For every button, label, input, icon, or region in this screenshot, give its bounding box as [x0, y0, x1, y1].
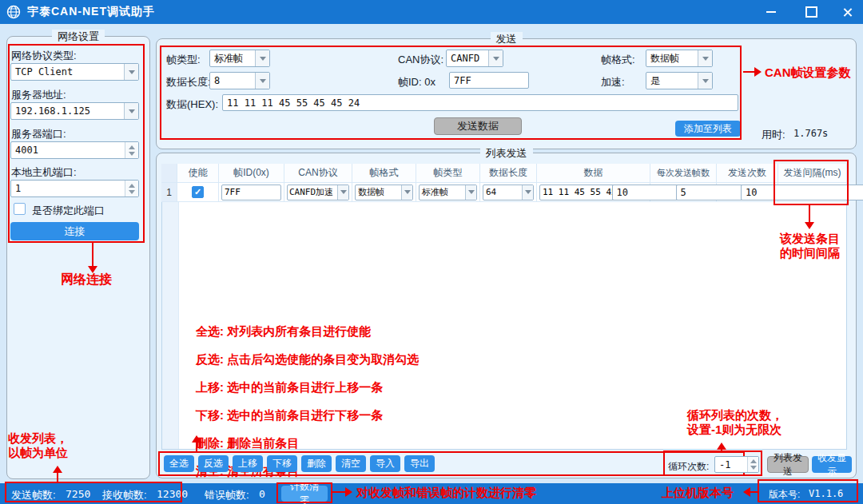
tx-frames-label: 发送帧数: [11, 488, 56, 502]
connect-button[interactable]: 连接 [10, 222, 139, 240]
frame-type-value: 标准帧 [210, 50, 255, 66]
table-header-row: 使能 帧ID(0x) CAN协议 帧格式 帧类型 数据长度 数据 每次发送帧数 … [161, 164, 847, 183]
network-settings-title: 网络设置 [52, 30, 105, 44]
window-title: 宇泰CAN-NET调试助手 [27, 5, 155, 19]
add-to-list-button[interactable]: 添加至列表 [675, 121, 741, 137]
spin-up-icon[interactable] [129, 181, 135, 188]
dropdown-arrow-icon [465, 185, 476, 200]
row-frame-format-select[interactable]: 数据帧 [355, 185, 413, 200]
loop-count-spinner[interactable] [714, 456, 759, 473]
spinner-arrows[interactable] [125, 142, 138, 158]
minimize-icon [766, 11, 776, 13]
frame-id-label: 帧ID: 0x [398, 75, 435, 89]
version-label: 版本号: [769, 488, 800, 502]
frame-type-select[interactable]: 标准帧 [209, 50, 270, 67]
spin-up-icon[interactable] [750, 456, 757, 463]
data-hex-label: 数据(HEX): [166, 97, 218, 112]
frame-id-input[interactable] [449, 72, 529, 89]
elapsed-value: 1.767s [793, 128, 828, 139]
spin-down-icon[interactable] [129, 152, 135, 159]
data-length-select[interactable]: 8 [209, 72, 270, 89]
col-can-protocol: CAN协议 [284, 164, 352, 183]
dropdown-arrow-icon [337, 185, 348, 200]
app-logo-icon [6, 5, 21, 19]
send-data-button[interactable]: 发送数据 [434, 117, 522, 135]
count-reset-annotation: 对收发帧和错误帧的计数进行清零 [356, 486, 536, 500]
row-interval-input[interactable] [742, 185, 863, 200]
list-send-group-title: 列表发送 [480, 146, 533, 161]
frame-type-label: 帧类型: [166, 53, 201, 67]
spin-up-icon[interactable] [129, 142, 135, 149]
server-addr-value: 192.168.1.125 [11, 103, 124, 119]
rx-display-button[interactable]: 收发显示 [812, 456, 852, 473]
row-frame-format-value: 数据帧 [356, 185, 401, 200]
close-button[interactable] [831, 0, 863, 24]
spin-down-icon[interactable] [750, 466, 757, 473]
spin-down-icon[interactable] [129, 190, 135, 197]
can-protocol-select[interactable]: CANFD [446, 50, 503, 67]
err-frames-label: 错误帧数: [205, 488, 249, 502]
annotation-line [196, 437, 197, 453]
dropdown-arrow-icon [124, 103, 138, 119]
server-port-spinner[interactable] [10, 141, 139, 159]
server-addr-select[interactable]: 192.168.1.125 [10, 102, 139, 120]
enable-cell [177, 183, 219, 202]
data-length-label: 数据长度: [166, 75, 211, 89]
local-port-input[interactable] [11, 181, 125, 196]
row-interval-spinner[interactable] [741, 185, 863, 200]
frame-format-select[interactable]: 数据帧 [646, 50, 713, 67]
annotation-line [746, 491, 758, 493]
col-frame-id: 帧ID(0x) [219, 164, 284, 183]
bind-port-checkbox[interactable] [14, 203, 26, 215]
list-send-button[interactable]: 列表发送 [767, 456, 809, 473]
data-length-cell: 64 [480, 183, 537, 202]
export-button[interactable]: 导出 [404, 455, 435, 472]
app-window: { "window": { "title": "宇泰CAN-NET调试助手" }… [0, 0, 863, 504]
frame-format-cell: 数据帧 [352, 183, 416, 202]
row-data-length-value: 64 [483, 185, 522, 200]
col-data: 数据 [537, 164, 650, 183]
annotation-line [92, 243, 93, 267]
col-enable: 使能 [177, 164, 219, 183]
maximize-button[interactable] [795, 0, 827, 24]
data-hex-input[interactable] [222, 94, 738, 111]
can-protocol-cell: CANFD加速 [284, 183, 352, 202]
network-connect-annotation: 网络连接 [61, 272, 112, 287]
minimize-button[interactable] [755, 0, 787, 24]
local-port-spinner[interactable] [10, 180, 139, 197]
frame-id-cell [219, 183, 284, 202]
count-reset-button[interactable]: 计数清零 [281, 486, 328, 502]
spinner-arrows[interactable] [125, 181, 138, 196]
loop-count-input[interactable] [715, 457, 747, 472]
annotation-line [743, 71, 754, 73]
col-rowno [161, 164, 177, 183]
row-frame-id-input[interactable] [221, 185, 281, 200]
row-data-length-select[interactable]: 64 [483, 185, 534, 200]
enable-checkbox[interactable] [192, 186, 204, 198]
protocol-select[interactable]: TCP Client [10, 63, 139, 81]
row-frame-type-select[interactable]: 标准帧 [419, 185, 477, 200]
title-bar: 宇泰CAN-NET调试助手 [0, 0, 863, 24]
version-value: V1.1.6 [809, 488, 843, 499]
server-addr-label: 服务器地址: [11, 88, 66, 102]
row-can-protocol-select[interactable]: CANFD加速 [287, 185, 349, 200]
server-port-input[interactable] [11, 142, 125, 158]
local-port-label: 本地主机端口: [11, 165, 77, 180]
select-all-button[interactable]: 全选 [164, 455, 194, 472]
spinner-arrows[interactable] [747, 457, 758, 472]
frame-format-value: 数据帧 [646, 50, 698, 66]
help-line: 反选: 点击后勾选使能的条目变为取消勾选 [196, 352, 419, 367]
delete-button[interactable]: 删除 [301, 455, 332, 472]
rx-frames-label: 接收帧数: [102, 488, 147, 502]
table-row: 1 CANFD加速 数据帧 标准帧 64 [161, 183, 847, 202]
frame-format-label: 帧格式: [601, 53, 635, 67]
import-button[interactable]: 导入 [370, 455, 400, 472]
col-send-count: 发送次数 [717, 164, 778, 183]
move-down-button[interactable]: 下移 [267, 455, 297, 472]
invert-select-button[interactable]: 反选 [198, 455, 229, 472]
accel-select[interactable]: 是 [646, 72, 713, 89]
move-up-button[interactable]: 上移 [233, 455, 263, 472]
send-group-title: 发送 [491, 32, 523, 46]
col-frames-per-send: 每次发送帧数 [650, 164, 717, 183]
clear-button[interactable]: 清空 [336, 455, 366, 472]
